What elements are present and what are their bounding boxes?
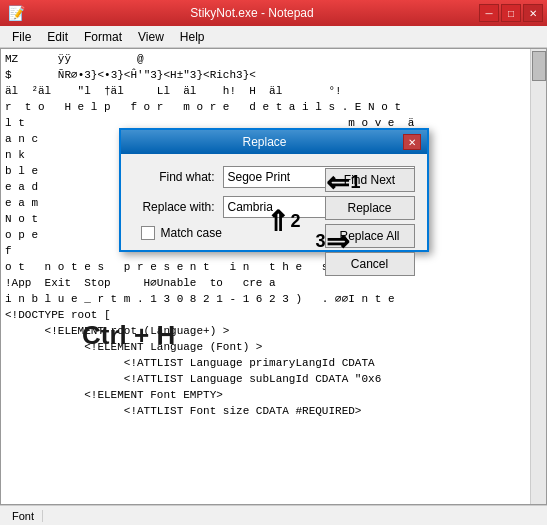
- menu-help[interactable]: Help: [172, 28, 213, 46]
- arrow-2-icon: ⇑: [266, 205, 289, 238]
- annotation-number-1: 1: [351, 172, 361, 193]
- find-what-label: Find what:: [133, 170, 223, 184]
- match-case-checkbox[interactable]: [141, 226, 155, 240]
- status-bar: Font: [0, 505, 547, 525]
- title-bar-icon: 📝: [8, 5, 25, 21]
- annotation-number-3: 3: [316, 231, 326, 252]
- menu-bar: File Edit Format View Help: [0, 26, 547, 48]
- title-bar-title: StikyNot.exe - Notepad: [25, 6, 479, 20]
- annotation-arrow-2: ⇑ 2: [266, 205, 301, 238]
- menu-file[interactable]: File: [4, 28, 39, 46]
- match-case-label: Match case: [161, 226, 222, 240]
- replace-button[interactable]: Replace: [325, 196, 415, 220]
- annotation-number-2: 2: [291, 211, 301, 232]
- arrow-3-icon: ⇒: [326, 225, 349, 258]
- title-bar: 📝 StikyNot.exe - Notepad ─ □ ✕: [0, 0, 547, 26]
- replace-with-label: Replace with:: [133, 200, 223, 214]
- replace-dialog: Replace ✕ Find what: Replace with:: [119, 128, 429, 252]
- menu-format[interactable]: Format: [76, 28, 130, 46]
- dialog-close-button[interactable]: ✕: [403, 134, 421, 150]
- menu-edit[interactable]: Edit: [39, 28, 76, 46]
- annotation-arrow-3: 3 ⇒: [316, 225, 349, 258]
- title-bar-controls: ─ □ ✕: [479, 4, 543, 22]
- maximize-button[interactable]: □: [501, 4, 521, 22]
- dialog-overlay: Replace ✕ Find what: Replace with:: [0, 48, 547, 505]
- content-wrapper: MZ ÿÿ @ $ ÑR⌀•3}<•3}<Ĥ'"3}<H±"3}<Rich3}<…: [0, 48, 547, 505]
- annotation-arrow-1: ⇐ 1: [326, 166, 361, 199]
- font-status: Font: [4, 510, 43, 522]
- dialog-title-bar: Replace ✕: [121, 130, 427, 154]
- arrow-1-icon: ⇐: [326, 166, 349, 199]
- close-button[interactable]: ✕: [523, 4, 543, 22]
- dialog-title: Replace: [127, 135, 403, 149]
- menu-view[interactable]: View: [130, 28, 172, 46]
- minimize-button[interactable]: ─: [479, 4, 499, 22]
